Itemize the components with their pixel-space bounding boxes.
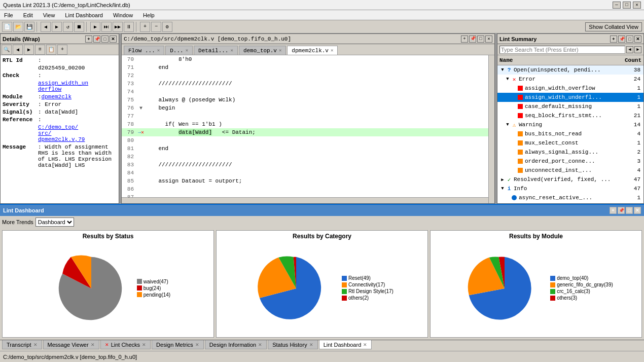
- dashboard-close-btn[interactable]: ✕: [634, 207, 641, 214]
- run-button[interactable]: ▶: [90, 22, 100, 32]
- lint-search-next[interactable]: ▶: [634, 46, 641, 53]
- details-copy-btn[interactable]: 📋: [46, 45, 56, 55]
- tree-row-warning[interactable]: ▼ ⚠ Warning 14: [497, 120, 643, 129]
- tab-transcript-close[interactable]: ✕: [33, 342, 38, 347]
- menu-window[interactable]: Window: [111, 12, 135, 19]
- dashboard-pin-btn[interactable]: 📌: [618, 207, 625, 214]
- tab-flow[interactable]: Flow ... ✕: [124, 46, 164, 55]
- settings-button[interactable]: ⚙: [162, 22, 172, 32]
- tab-lint-dashboard[interactable]: Lint Dashboard ✕: [319, 340, 372, 349]
- back-button[interactable]: ◀: [41, 22, 51, 32]
- tab-design-information-close[interactable]: ✕: [258, 342, 262, 347]
- expand-warning[interactable]: ▼: [505, 122, 511, 127]
- detail-val-ref[interactable]: C:/demo_top/src/dpmem2clk.v,79: [38, 124, 85, 142]
- details-add-btn[interactable]: +: [85, 35, 92, 43]
- show-collated-button[interactable]: Show Collated View: [585, 22, 642, 31]
- expand-info[interactable]: ▼: [499, 186, 506, 191]
- expand-error[interactable]: ▼: [505, 77, 511, 82]
- details-add2-btn[interactable]: +: [57, 45, 67, 55]
- dashboard-float-btn[interactable]: □: [626, 207, 633, 214]
- menu-edit[interactable]: Edit: [21, 12, 35, 19]
- menu-file[interactable]: File: [2, 12, 15, 19]
- maximize-button[interactable]: □: [623, 2, 631, 9]
- tab-lint-checks[interactable]: ✕ Lint Checks ✕: [100, 340, 151, 349]
- code-add-btn[interactable]: +: [461, 35, 468, 43]
- tree-row-awo[interactable]: assign_width_overflow 1: [497, 84, 643, 93]
- add-button[interactable]: +: [140, 22, 150, 32]
- dashboard-add-btn[interactable]: +: [610, 207, 617, 214]
- expand-76[interactable]: ▼: [139, 105, 142, 111]
- tab-message-viewer[interactable]: Message Viewer ✕: [43, 340, 99, 349]
- details-prev-btn[interactable]: ◀: [13, 45, 23, 55]
- tree-row-asa[interactable]: always_signal_assig... 2: [497, 148, 643, 157]
- detail-val-check[interactable]: assign_width_underflow: [38, 80, 88, 92]
- tree-row-cdm[interactable]: case_default_missing 1: [497, 102, 643, 111]
- save-button[interactable]: 💾: [24, 22, 34, 32]
- details-float-btn[interactable]: □: [101, 35, 109, 43]
- tree-row-ui[interactable]: unconnected_inst_... 4: [497, 166, 643, 175]
- expand-open[interactable]: ▼: [499, 67, 506, 73]
- tree-row-crd[interactable]: const_reg_data 8: [497, 202, 643, 203]
- run2-button[interactable]: ▶▶: [113, 22, 123, 32]
- menu-help[interactable]: Help: [141, 12, 157, 19]
- lint-add-btn[interactable]: +: [610, 35, 617, 43]
- code-content[interactable]: 70 8'h0 71 end 72: [122, 55, 494, 203]
- step-button[interactable]: ⏭: [101, 22, 112, 32]
- menu-view[interactable]: View: [41, 12, 57, 19]
- tree-row-opc[interactable]: ordered_port_conne... 3: [497, 157, 643, 166]
- tab-status-history-close[interactable]: ✕: [309, 342, 313, 347]
- tab-lint-checks-close[interactable]: ✕: [142, 342, 146, 347]
- lint-search-input[interactable]: [499, 46, 625, 54]
- tab-demo-top[interactable]: demo_top.v ✕: [239, 46, 286, 55]
- minimize-button[interactable]: ─: [613, 2, 621, 9]
- tab-demo-top-close[interactable]: ✕: [279, 48, 281, 53]
- details-search-btn[interactable]: 🔍: [2, 45, 12, 55]
- code-float-btn[interactable]: □: [477, 35, 484, 43]
- tab-design-information[interactable]: Design Information ✕: [205, 340, 267, 349]
- code-hscrollbar[interactable]: [122, 197, 488, 203]
- tree-row-bbnr[interactable]: bus_bits_not_read 4: [497, 129, 643, 138]
- expand-resolved[interactable]: ▶: [499, 177, 506, 183]
- tab-flow-close[interactable]: ✕: [157, 48, 160, 53]
- tab-message-viewer-close[interactable]: ✕: [91, 342, 95, 347]
- tab-dpmem2clk[interactable]: dpmem2clk.v ✕: [287, 46, 338, 55]
- tab-design-metrics[interactable]: Design Metrics ✕: [152, 340, 204, 349]
- details-close-btn[interactable]: ✕: [110, 35, 117, 43]
- tab-dpmem2clk-close[interactable]: ✕: [331, 48, 333, 53]
- tab-detail[interactable]: Detail... ✕: [194, 46, 238, 55]
- tree-row-info[interactable]: ▼ i Info 47: [497, 184, 643, 193]
- lint-search-prev[interactable]: ◀: [626, 46, 633, 53]
- tab-detail-close[interactable]: ✕: [230, 48, 233, 53]
- pause-button[interactable]: ⏸: [124, 22, 134, 32]
- open-button[interactable]: 📂: [13, 22, 23, 32]
- details-filter-btn[interactable]: ≡: [35, 45, 45, 55]
- forward-button[interactable]: ▶: [52, 22, 62, 32]
- stop-button[interactable]: ⏹: [74, 22, 84, 32]
- remove-button[interactable]: −: [151, 22, 161, 32]
- details-next-btn[interactable]: ▶: [24, 45, 34, 55]
- lint-float-btn[interactable]: □: [626, 35, 633, 43]
- tab-transcript[interactable]: Transcript ✕: [2, 340, 42, 349]
- new-button[interactable]: 📄: [2, 22, 12, 32]
- details-pin-btn[interactable]: 📌: [93, 35, 100, 43]
- code-scrollbar[interactable]: [488, 55, 494, 203]
- lint-pin-btn[interactable]: 📌: [618, 35, 625, 43]
- tab-design-metrics-close[interactable]: ✕: [195, 342, 199, 347]
- window-controls[interactable]: ─ □ ✕: [613, 2, 641, 9]
- reload-button[interactable]: ↺: [63, 22, 73, 32]
- code-pin-btn[interactable]: 📌: [469, 35, 476, 43]
- tree-row-resolved[interactable]: ▶ ✓ Resolved(verified, fixed, ... 47: [497, 175, 643, 184]
- lint-close-btn[interactable]: ✕: [634, 35, 641, 43]
- detail-val-module[interactable]: dpmem2clk: [42, 94, 71, 100]
- tree-row-error[interactable]: ▼ ✕ Error 24: [497, 75, 643, 84]
- tree-row-ara[interactable]: async_reset_active_... 1: [497, 193, 643, 202]
- tab-d-close[interactable]: ✕: [186, 48, 188, 53]
- tab-lint-dashboard-close[interactable]: ✕: [363, 342, 367, 347]
- tree-row-sbfs[interactable]: seq_block_first_stmt... 21: [497, 111, 643, 120]
- code-close-btn[interactable]: ✕: [485, 35, 492, 43]
- close-button[interactable]: ✕: [633, 2, 641, 9]
- dashboard-dropdown[interactable]: Dashboard Trends: [35, 218, 74, 227]
- tree-row-open[interactable]: ▼ ? Open(uninspected, pendi... 38: [497, 65, 643, 75]
- menu-lint-dashboard[interactable]: Lint Dashboard: [63, 12, 105, 19]
- tree-row-msc[interactable]: mux_select_const 1: [497, 138, 643, 148]
